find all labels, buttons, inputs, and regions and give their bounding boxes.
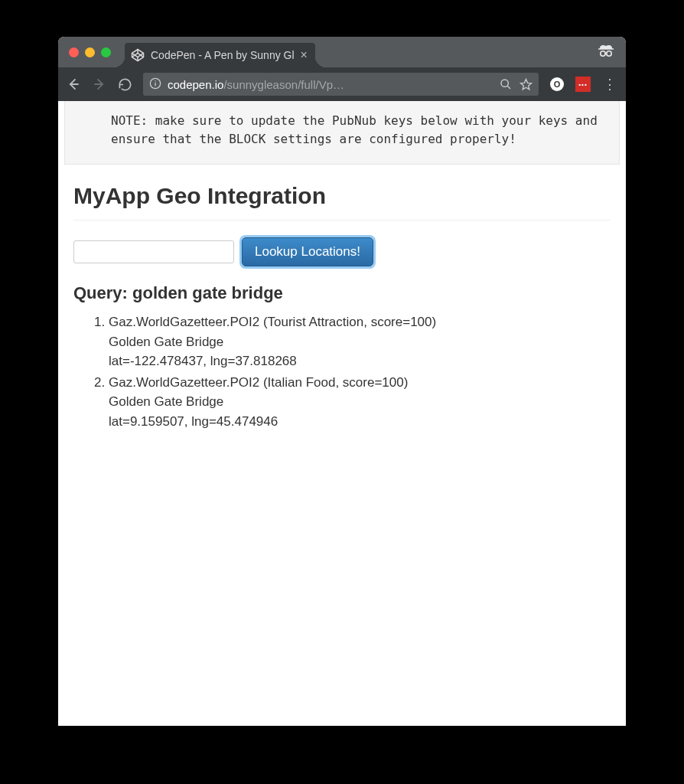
page-title: MyApp Geo Integration xyxy=(73,183,611,209)
browser-tab[interactable]: CodePen - A Pen by Sunny Gl × xyxy=(125,43,315,67)
svg-marker-13 xyxy=(520,79,531,89)
back-button[interactable] xyxy=(66,77,81,92)
url-domain: codepen.io xyxy=(168,78,223,91)
extension-origin-icon[interactable]: O xyxy=(549,77,565,92)
forward-button[interactable] xyxy=(92,77,107,92)
url-text: codepen.io/sunnygleason/full/Vp… xyxy=(168,78,493,91)
query-value: golden gate bridge xyxy=(132,283,283,302)
bookmark-star-icon[interactable] xyxy=(520,78,533,91)
omnibox-actions xyxy=(500,78,533,91)
lookup-button[interactable]: Lookup Locations! xyxy=(242,237,373,266)
svg-line-12 xyxy=(507,86,510,89)
query-input[interactable] xyxy=(73,240,234,263)
tab-strip: CodePen - A Pen by Sunny Gl × xyxy=(58,37,626,67)
browser-menu-icon[interactable]: ⋮ xyxy=(601,76,618,93)
page-content: NOTE: make sure to update the PubNub key… xyxy=(58,101,626,726)
window-controls xyxy=(69,47,111,57)
url-path: /sunnygleason/full/Vp… xyxy=(223,78,344,91)
divider xyxy=(73,220,611,220)
close-tab-icon[interactable]: × xyxy=(301,49,308,61)
result-header: Gaz.WorldGazetteer.POI2 (Tourist Attract… xyxy=(109,312,611,332)
result-coords: lat=-122.478437, lng=37.818268 xyxy=(109,351,611,371)
result-name: Golden Gate Bridge xyxy=(109,392,611,412)
svg-point-5 xyxy=(607,51,611,56)
site-info-icon[interactable] xyxy=(149,77,161,92)
lookup-form: Lookup Locations! xyxy=(73,237,611,266)
result-name: Golden Gate Bridge xyxy=(109,332,611,352)
svg-point-11 xyxy=(501,80,508,87)
results-list: Gaz.WorldGazetteer.POI2 (Tourist Attract… xyxy=(73,312,611,431)
search-icon[interactable] xyxy=(500,78,512,90)
svg-point-4 xyxy=(601,51,605,56)
browser-toolbar: codepen.io/sunnygleason/full/Vp… O ••• ⋮ xyxy=(58,67,626,101)
query-label-prefix: Query: xyxy=(73,283,132,302)
reload-button[interactable] xyxy=(118,77,132,92)
list-item: Gaz.WorldGazetteer.POI2 (Tourist Attract… xyxy=(109,312,611,371)
note-box: NOTE: make sure to update the PubNub key… xyxy=(64,101,620,165)
maximize-window-button[interactable] xyxy=(101,47,111,57)
result-coords: lat=9.159507, lng=45.474946 xyxy=(109,412,611,432)
list-item: Gaz.WorldGazetteer.POI2 (Italian Food, s… xyxy=(109,373,611,432)
svg-point-10 xyxy=(155,80,155,81)
tab-title: CodePen - A Pen by Sunny Gl xyxy=(151,49,295,61)
incognito-icon xyxy=(597,42,615,62)
codepen-icon xyxy=(131,48,145,62)
result-header: Gaz.WorldGazetteer.POI2 (Italian Food, s… xyxy=(109,373,611,393)
address-bar[interactable]: codepen.io/sunnygleason/full/Vp… xyxy=(143,73,539,96)
query-heading: Query: golden gate bridge xyxy=(73,283,611,303)
minimize-window-button[interactable] xyxy=(85,47,95,57)
browser-window: CodePen - A Pen by Sunny Gl × xyxy=(58,37,626,726)
extension-lastpass-icon[interactable]: ••• xyxy=(575,77,591,92)
close-window-button[interactable] xyxy=(69,47,79,57)
